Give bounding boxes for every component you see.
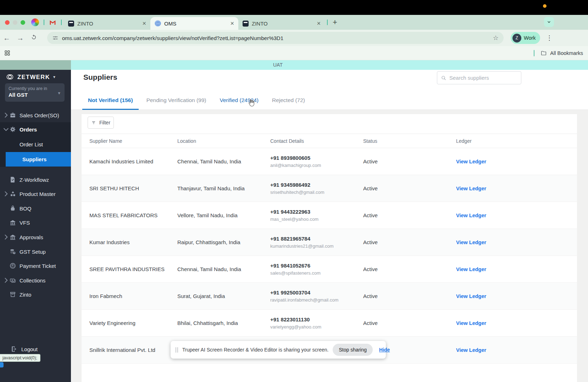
screen-share-bar: Trupeer AI Screen Recorder & Video Edito… [171,341,386,359]
close-tab-icon[interactable]: × [142,20,147,27]
sidebar-item-suppliers-active[interactable]: Suppliers [6,152,71,167]
minimize-window-button[interactable] [13,20,17,25]
coins-icon: % [9,248,16,255]
window-controls [0,15,29,30]
chevron-right-icon [2,234,10,241]
supplier-search[interactable] [437,71,521,84]
pinned-tab-gmail[interactable] [46,15,59,30]
view-ledger-link[interactable]: View Ledger [456,347,577,353]
sidebar-item-label: Orders [20,127,37,133]
mac-titlebar [0,0,588,15]
recording-indicator-dot [543,4,547,8]
supplier-location: Vellore, Tamil Nadu, India [177,212,270,218]
close-tab-icon[interactable]: × [316,20,321,27]
url-text[interactable]: oms.uat.zetwerk.com/company/zetwerk/supp… [62,35,493,41]
sidebar-item-payment-ticket[interactable]: Payment Ticket [0,259,71,273]
view-ledger-link[interactable]: View Ledger [456,266,577,272]
supplier-status: Active [363,158,456,164]
supplier-status: Active [363,293,456,299]
supplier-phone: +91 8939800605 [270,155,363,161]
close-window-button[interactable] [5,20,10,25]
new-tab-button[interactable]: + [330,18,340,27]
folder-icon [540,50,547,56]
view-ledger-link[interactable]: View Ledger [456,159,577,164]
zinto-favicon [68,21,74,27]
close-tab-icon[interactable]: × [229,20,235,27]
browser-tab-zinto-1[interactable]: ZINTO × [64,17,150,30]
logout-button[interactable]: Logout [0,343,71,355]
view-ledger-link[interactable]: View Ledger [456,186,577,191]
search-input[interactable] [449,75,517,81]
tab-not-verified[interactable]: Not Verified (156) [82,94,139,110]
sidebar-item-vfs[interactable]: VFS [0,215,71,230]
bookmarks-separator [534,50,534,56]
browser-menu-icon[interactable]: ⋮ [546,34,553,42]
tab-search-button[interactable] [544,17,554,27]
supplier-location: Thanjavur, Tamil Nadu, India [177,185,270,191]
tab-separator [61,19,62,25]
view-ledger-link[interactable]: View Ledger [456,293,577,299]
all-bookmarks-label: All Bookmarks [550,50,583,56]
browser-tab-strip: ZINTO × OMS × ZINTO × + [0,15,588,30]
supplier-phone: +91 8821965784 [270,236,363,242]
tab-rejected[interactable]: Rejected (72) [266,94,311,110]
profile-chip[interactable]: Z Work [511,32,540,44]
supplier-location: Chennai, Tamil Nadu, India [177,158,270,164]
supplier-name: SRI SETHU HITECH [89,185,177,191]
sidebar-item-gst-setup[interactable]: % GST Setup [0,245,71,259]
screen: ZINTO × OMS × ZINTO × + ← → oms.uat.zetw… [0,0,588,382]
bookmark-star-icon[interactable]: ☆ [493,34,499,42]
supplier-name: Iron Fabmech [89,293,177,299]
hide-link[interactable]: Hide [379,347,390,353]
sidebar-item-order-list[interactable]: Order List [0,137,71,151]
sidebar-item-product-master[interactable]: Product Master [0,187,71,201]
sidebar-item-z-workflowz[interactable]: Z-Workflowz [0,173,71,187]
sidebar-item-collections[interactable]: Collections [0,273,71,287]
reload-icon[interactable] [27,34,40,42]
column-header: Status [363,138,456,144]
bookmarks-bar: All Bookmarks [0,46,588,60]
logout-label: Logout [21,346,38,352]
browser-tab-zinto-2[interactable]: ZINTO × [238,17,325,30]
sidebar-item-boq[interactable]: BOQ [0,201,71,215]
supplier-email: varietyengg@yahoo.com [270,324,363,330]
supplier-name: Snillrik International Pvt. Ltd [89,347,177,353]
sidebar-item-orders[interactable]: Orders [0,122,71,136]
supplier-status-tabs: Not Verified (156) Pending Verification … [82,94,311,110]
box-icon [9,291,16,298]
shapes-icon [9,190,16,197]
back-icon[interactable]: ← [0,34,13,42]
site-settings-icon[interactable] [52,35,59,41]
tab-verified[interactable]: Verified (24924) [214,94,264,110]
sidebar-item-approvals[interactable]: Approvals [0,230,71,244]
gst-context-selector[interactable]: Currently you are in All GST ▾ [5,83,65,102]
stop-sharing-button[interactable]: Stop sharing [333,344,373,356]
sidebar-item-zinto[interactable]: Zinto [0,287,71,302]
brand-logo[interactable]: ZETWERK ▾ [6,73,55,81]
page-header: Suppliers Not Verified (156) Pending Ver… [71,70,588,110]
table-row: Kumar Industries Raipur, Chhattisgarh, I… [82,229,577,256]
view-ledger-link[interactable]: View Ledger [456,240,577,245]
drag-handle-icon[interactable] [176,347,178,353]
table-row: SRI SETHU HITECH Thanjavur, Tamil Nadu, … [82,175,577,202]
supplier-name: Variety Engineering [89,320,177,326]
supplier-phone: +91 9443222963 [270,209,363,215]
zoom-window-button[interactable] [21,20,25,25]
browser-tab-oms-active[interactable]: OMS × [150,17,238,30]
gmail-icon [49,19,56,26]
filter-button[interactable]: Filter [88,117,114,129]
oms-favicon [155,20,161,27]
apps-grid-icon[interactable] [4,50,11,58]
pinned-tab-browser[interactable] [29,15,41,30]
all-bookmarks[interactable]: All Bookmarks [534,46,583,60]
tab-pending-verification[interactable]: Pending Verification (99) [141,94,212,110]
supplier-email: sales@spifasteners.com [270,270,363,276]
sidebar-item-label: Z-Workflowz [20,177,49,183]
view-ledger-link[interactable]: View Ledger [456,320,577,326]
supplier-name: SREE PAVITHRA INDUSTRIES [89,266,177,272]
sidebar-item-sales-order[interactable]: Sales Order(SO) [0,108,71,122]
weight-icon [9,205,16,212]
view-ledger-link[interactable]: View Ledger [456,213,577,218]
address-bar[interactable]: oms.uat.zetwerk.com/company/zetwerk/supp… [47,32,504,44]
forward-icon[interactable]: → [13,34,27,42]
